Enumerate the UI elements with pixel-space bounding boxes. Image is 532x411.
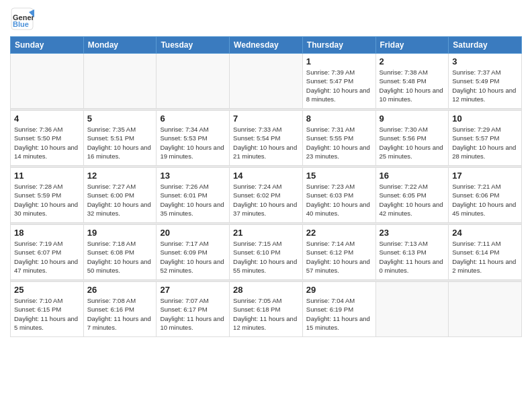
day-number: 22 bbox=[306, 228, 372, 238]
day-number: 3 bbox=[452, 56, 518, 66]
day-info: Sunrise: 7:14 AM Sunset: 6:12 PM Dayligh… bbox=[306, 239, 372, 275]
page: General Blue SundayMondayTuesdayWednesda… bbox=[0, 0, 532, 344]
calendar-cell: 4Sunrise: 7:36 AM Sunset: 5:50 PM Daylig… bbox=[11, 111, 84, 166]
day-number: 13 bbox=[160, 171, 226, 181]
day-number: 8 bbox=[306, 113, 372, 124]
calendar-cell: 27Sunrise: 7:07 AM Sunset: 6:17 PM Dayli… bbox=[157, 282, 230, 337]
calendar-cell: 19Sunrise: 7:18 AM Sunset: 6:08 PM Dayli… bbox=[83, 225, 157, 280]
calendar-cell: 15Sunrise: 7:23 AM Sunset: 6:03 PM Dayli… bbox=[302, 168, 375, 223]
calendar-cell: 22Sunrise: 7:14 AM Sunset: 6:12 PM Dayli… bbox=[302, 225, 375, 280]
calendar-cell: 20Sunrise: 7:17 AM Sunset: 6:09 PM Dayli… bbox=[157, 225, 230, 280]
logo-icon: General Blue bbox=[10, 7, 34, 31]
day-info: Sunrise: 7:31 AM Sunset: 5:55 PM Dayligh… bbox=[306, 125, 372, 161]
day-number: 14 bbox=[233, 171, 299, 181]
calendar-cell: 11Sunrise: 7:28 AM Sunset: 5:59 PM Dayli… bbox=[11, 168, 84, 223]
day-info: Sunrise: 7:07 AM Sunset: 6:17 PM Dayligh… bbox=[160, 296, 226, 332]
calendar-cell: 2Sunrise: 7:38 AM Sunset: 5:48 PM Daylig… bbox=[375, 54, 449, 109]
day-info: Sunrise: 7:39 AM Sunset: 5:47 PM Dayligh… bbox=[306, 68, 372, 103]
logo: General Blue bbox=[10, 7, 36, 31]
calendar-cell: 17Sunrise: 7:21 AM Sunset: 6:06 PM Dayli… bbox=[449, 168, 522, 223]
day-info: Sunrise: 7:28 AM Sunset: 5:59 PM Dayligh… bbox=[14, 182, 80, 218]
calendar-week-3: 18Sunrise: 7:19 AM Sunset: 6:07 PM Dayli… bbox=[11, 225, 522, 280]
day-number: 5 bbox=[87, 113, 153, 124]
day-info: Sunrise: 7:26 AM Sunset: 6:01 PM Dayligh… bbox=[160, 182, 226, 218]
day-info: Sunrise: 7:34 AM Sunset: 5:53 PM Dayligh… bbox=[160, 125, 226, 161]
weekday-header-monday: Monday bbox=[83, 37, 157, 54]
calendar-cell: 13Sunrise: 7:26 AM Sunset: 6:01 PM Dayli… bbox=[157, 168, 230, 223]
day-number: 27 bbox=[160, 285, 226, 295]
calendar-cell bbox=[83, 54, 157, 109]
day-number: 17 bbox=[452, 171, 518, 181]
day-info: Sunrise: 7:30 AM Sunset: 5:56 PM Dayligh… bbox=[380, 125, 445, 161]
day-number: 6 bbox=[160, 113, 226, 124]
calendar-week-0: 1Sunrise: 7:39 AM Sunset: 5:47 PM Daylig… bbox=[11, 54, 522, 109]
day-number: 11 bbox=[14, 171, 80, 181]
header: General Blue bbox=[10, 7, 522, 31]
calendar-header-row: SundayMondayTuesdayWednesdayThursdayFrid… bbox=[11, 37, 522, 54]
calendar-cell: 12Sunrise: 7:27 AM Sunset: 6:00 PM Dayli… bbox=[83, 168, 157, 223]
weekday-header-thursday: Thursday bbox=[302, 37, 375, 54]
calendar-cell bbox=[157, 54, 230, 109]
day-info: Sunrise: 7:13 AM Sunset: 6:13 PM Dayligh… bbox=[380, 239, 445, 275]
day-info: Sunrise: 7:24 AM Sunset: 6:02 PM Dayligh… bbox=[233, 182, 299, 218]
day-info: Sunrise: 7:05 AM Sunset: 6:18 PM Dayligh… bbox=[233, 296, 299, 332]
day-info: Sunrise: 7:29 AM Sunset: 5:57 PM Dayligh… bbox=[452, 125, 518, 161]
weekday-header-saturday: Saturday bbox=[449, 37, 522, 54]
calendar-cell: 1Sunrise: 7:39 AM Sunset: 5:47 PM Daylig… bbox=[302, 54, 375, 109]
day-number: 20 bbox=[160, 228, 226, 238]
calendar-cell: 14Sunrise: 7:24 AM Sunset: 6:02 PM Dayli… bbox=[230, 168, 303, 223]
calendar-cell: 5Sunrise: 7:35 AM Sunset: 5:51 PM Daylig… bbox=[83, 111, 157, 166]
calendar-cell: 8Sunrise: 7:31 AM Sunset: 5:55 PM Daylig… bbox=[302, 111, 375, 166]
day-info: Sunrise: 7:23 AM Sunset: 6:03 PM Dayligh… bbox=[306, 182, 372, 218]
calendar-cell bbox=[449, 282, 522, 337]
calendar-cell: 6Sunrise: 7:34 AM Sunset: 5:53 PM Daylig… bbox=[157, 111, 230, 166]
day-number: 9 bbox=[380, 113, 445, 124]
calendar-cell: 21Sunrise: 7:15 AM Sunset: 6:10 PM Dayli… bbox=[230, 225, 303, 280]
calendar-table: SundayMondayTuesdayWednesdayThursdayFrid… bbox=[10, 36, 522, 337]
day-info: Sunrise: 7:18 AM Sunset: 6:08 PM Dayligh… bbox=[87, 239, 153, 275]
day-info: Sunrise: 7:27 AM Sunset: 6:00 PM Dayligh… bbox=[87, 182, 153, 218]
weekday-header-sunday: Sunday bbox=[11, 37, 84, 54]
day-number: 21 bbox=[233, 228, 299, 238]
calendar-cell: 16Sunrise: 7:22 AM Sunset: 6:05 PM Dayli… bbox=[375, 168, 449, 223]
calendar-cell: 28Sunrise: 7:05 AM Sunset: 6:18 PM Dayli… bbox=[230, 282, 303, 337]
calendar-cell: 9Sunrise: 7:30 AM Sunset: 5:56 PM Daylig… bbox=[375, 111, 449, 166]
day-number: 12 bbox=[87, 171, 153, 181]
day-number: 19 bbox=[87, 228, 153, 238]
weekday-header-tuesday: Tuesday bbox=[157, 37, 230, 54]
calendar-cell: 10Sunrise: 7:29 AM Sunset: 5:57 PM Dayli… bbox=[449, 111, 522, 166]
calendar-cell bbox=[230, 54, 303, 109]
day-info: Sunrise: 7:08 AM Sunset: 6:16 PM Dayligh… bbox=[87, 296, 153, 332]
day-number: 24 bbox=[452, 228, 518, 238]
calendar-cell: 24Sunrise: 7:11 AM Sunset: 6:14 PM Dayli… bbox=[449, 225, 522, 280]
calendar-cell: 26Sunrise: 7:08 AM Sunset: 6:16 PM Dayli… bbox=[83, 282, 157, 337]
day-info: Sunrise: 7:37 AM Sunset: 5:49 PM Dayligh… bbox=[452, 68, 518, 103]
day-number: 18 bbox=[14, 228, 80, 238]
day-info: Sunrise: 7:19 AM Sunset: 6:07 PM Dayligh… bbox=[14, 239, 80, 275]
day-info: Sunrise: 7:04 AM Sunset: 6:19 PM Dayligh… bbox=[306, 296, 372, 332]
day-info: Sunrise: 7:22 AM Sunset: 6:05 PM Dayligh… bbox=[380, 182, 445, 218]
day-number: 10 bbox=[452, 113, 518, 124]
calendar-week-4: 25Sunrise: 7:10 AM Sunset: 6:15 PM Dayli… bbox=[11, 282, 522, 337]
calendar-cell: 7Sunrise: 7:33 AM Sunset: 5:54 PM Daylig… bbox=[230, 111, 303, 166]
svg-text:Blue: Blue bbox=[13, 20, 29, 28]
day-info: Sunrise: 7:11 AM Sunset: 6:14 PM Dayligh… bbox=[452, 239, 518, 275]
day-info: Sunrise: 7:33 AM Sunset: 5:54 PM Dayligh… bbox=[233, 125, 299, 161]
calendar-week-2: 11Sunrise: 7:28 AM Sunset: 5:59 PM Dayli… bbox=[11, 168, 522, 223]
calendar-week-1: 4Sunrise: 7:36 AM Sunset: 5:50 PM Daylig… bbox=[11, 111, 522, 166]
calendar-cell: 29Sunrise: 7:04 AM Sunset: 6:19 PM Dayli… bbox=[302, 282, 375, 337]
day-number: 15 bbox=[306, 171, 372, 181]
day-number: 25 bbox=[14, 285, 80, 295]
day-info: Sunrise: 7:17 AM Sunset: 6:09 PM Dayligh… bbox=[160, 239, 226, 275]
weekday-header-wednesday: Wednesday bbox=[230, 37, 303, 54]
weekday-header-friday: Friday bbox=[375, 37, 449, 54]
day-number: 23 bbox=[380, 228, 445, 238]
day-info: Sunrise: 7:38 AM Sunset: 5:48 PM Dayligh… bbox=[380, 68, 445, 103]
calendar-cell bbox=[375, 282, 449, 337]
calendar-cell: 18Sunrise: 7:19 AM Sunset: 6:07 PM Dayli… bbox=[11, 225, 84, 280]
day-info: Sunrise: 7:35 AM Sunset: 5:51 PM Dayligh… bbox=[87, 125, 153, 161]
calendar-cell: 25Sunrise: 7:10 AM Sunset: 6:15 PM Dayli… bbox=[11, 282, 84, 337]
day-number: 1 bbox=[306, 56, 372, 66]
day-number: 16 bbox=[380, 171, 445, 181]
day-info: Sunrise: 7:10 AM Sunset: 6:15 PM Dayligh… bbox=[14, 296, 80, 332]
